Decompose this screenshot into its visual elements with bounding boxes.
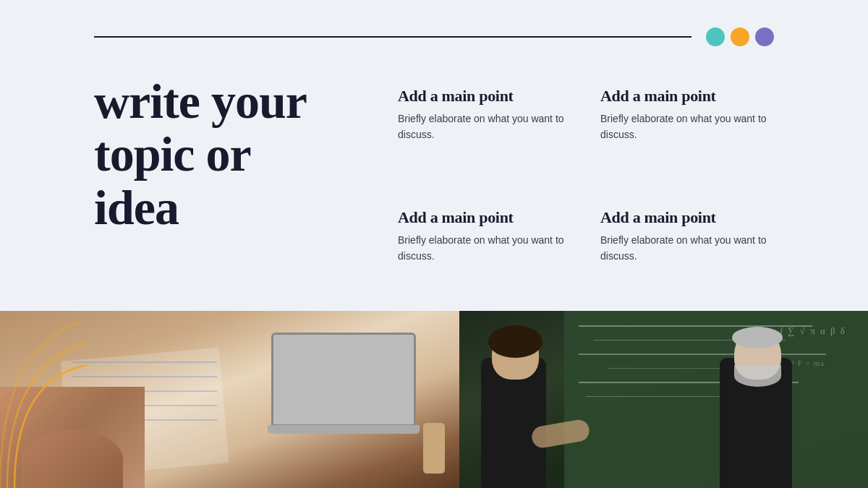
dot-purple xyxy=(755,27,774,46)
hero-title: write yourtopic oridea xyxy=(94,75,307,234)
title-section: write yourtopic oridea xyxy=(94,68,369,311)
point-2-body: Briefly elaborate on what you want to di… xyxy=(600,111,774,142)
point-3-body: Briefly elaborate on what you want to di… xyxy=(398,233,571,264)
main-content: write yourtopic oridea Add a main point … xyxy=(0,46,868,311)
image-right: ∫ ∑ √ π α β δ E = mc² F = ma xyxy=(459,311,868,488)
slide-page: write yourtopic oridea Add a main point … xyxy=(0,0,868,488)
point-2-title: Add a main point xyxy=(600,87,774,106)
dots-group xyxy=(706,27,774,46)
image-strip: ∫ ∑ √ π α β δ E = mc² F = ma xyxy=(0,311,868,488)
top-bar xyxy=(0,0,868,46)
point-card-4: Add a main point Briefly elaborate on wh… xyxy=(600,197,774,311)
point-card-3: Add a main point Briefly elaborate on wh… xyxy=(398,197,571,311)
point-4-title: Add a main point xyxy=(600,208,774,227)
point-1-body: Briefly elaborate on what you want to di… xyxy=(398,111,571,142)
points-grid: Add a main point Briefly elaborate on wh… xyxy=(398,68,774,311)
point-4-body: Briefly elaborate on what you want to di… xyxy=(600,233,774,264)
point-1-title: Add a main point xyxy=(398,87,571,106)
dot-orange xyxy=(731,27,749,46)
arc-decoration xyxy=(0,311,87,488)
point-card-1: Add a main point Briefly elaborate on wh… xyxy=(398,75,571,189)
point-card-2: Add a main point Briefly elaborate on wh… xyxy=(600,75,774,189)
top-line xyxy=(94,36,692,38)
point-3-title: Add a main point xyxy=(398,208,571,227)
dot-teal xyxy=(706,27,725,46)
